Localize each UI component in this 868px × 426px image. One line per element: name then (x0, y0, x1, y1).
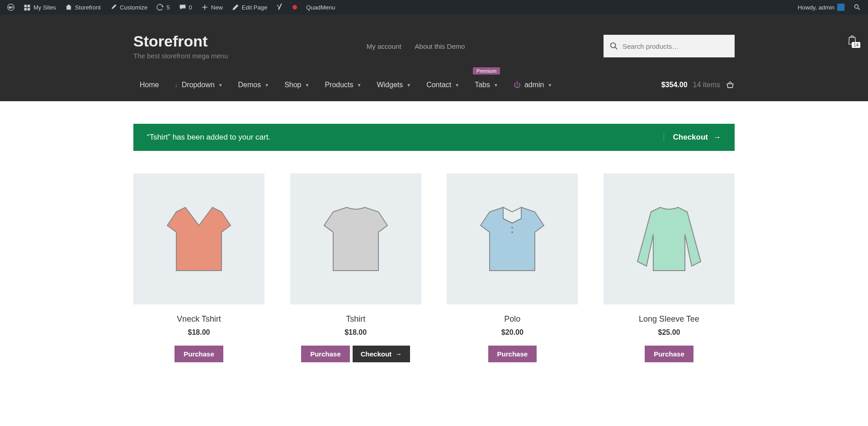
floating-cart[interactable]: 14 (841, 29, 863, 51)
site-branding[interactable]: Storefront The best storefront mega menu (133, 33, 228, 60)
customize-label: Customize (120, 4, 147, 11)
pencil-icon (232, 4, 239, 11)
floating-cart-badge: 14 (852, 42, 860, 48)
nav-dropdown-label: Dropdown (182, 81, 215, 89)
chevron-down-icon: ▼ (494, 83, 498, 88)
chevron-down-icon: ▼ (305, 83, 310, 88)
nav-dropdown[interactable]: ↓ Dropdown ▼ (168, 76, 229, 94)
search-toggle[interactable] (850, 0, 864, 14)
chevron-down-icon: ▼ (547, 83, 552, 88)
product-actions: Purchase (447, 346, 578, 362)
comments-count: 0 (189, 4, 192, 11)
site-name-link[interactable]: Storefront (61, 0, 104, 14)
site-header: Storefront The best storefront mega menu… (0, 14, 868, 101)
notice-checkout-link[interactable]: Checkout → (664, 133, 721, 142)
product-search[interactable] (604, 35, 735, 57)
edit-page-label: Edit Page (242, 4, 267, 11)
status-dot[interactable] (289, 0, 301, 14)
power-icon: ⏻ (514, 81, 521, 89)
nav-contact[interactable]: Contact▼ (420, 76, 466, 94)
edit-page-link[interactable]: Edit Page (228, 0, 271, 14)
product-price: $20.00 (447, 328, 578, 337)
nav-admin[interactable]: ⏻ admin▼ (507, 76, 558, 94)
updates-count: 5 (166, 4, 170, 11)
sites-icon (24, 4, 31, 11)
basket-icon (726, 80, 735, 89)
product-card: Tshirt $18.00 PurchaseCheckout → (290, 173, 421, 362)
comments-link[interactable]: 0 (175, 0, 196, 14)
nav-tabs[interactable]: Premium Tabs▼ (468, 76, 505, 94)
product-image[interactable] (447, 173, 578, 304)
nav-products-label: Products (325, 81, 353, 89)
search-input[interactable] (623, 42, 728, 50)
nav-demos-label: Demos (238, 81, 261, 89)
howdy-link[interactable]: Howdy, admin (794, 0, 848, 14)
refresh-icon (156, 4, 164, 11)
cart-notice: “Tshirt” has been added to your cart. Ch… (133, 124, 735, 151)
purchase-button[interactable]: Purchase (175, 346, 223, 362)
premium-badge: Premium (473, 67, 500, 75)
nav-admin-label: admin (524, 81, 544, 89)
nav-home[interactable]: Home (133, 76, 165, 94)
product-card: Vneck Tshirt $18.00 Purchase (133, 173, 264, 362)
header-cart[interactable]: $354.00 14 items (661, 80, 735, 89)
new-link[interactable]: New (198, 0, 226, 14)
plus-icon (201, 4, 208, 11)
checkout-button[interactable]: Checkout → (353, 346, 410, 362)
nav-widgets[interactable]: Widgets▼ (370, 76, 417, 94)
product-actions: Purchase (604, 346, 735, 362)
product-actions: PurchaseCheckout → (290, 346, 421, 362)
nav-home-label: Home (140, 81, 159, 89)
cart-total: $354.00 (661, 81, 688, 89)
product-image[interactable] (604, 173, 735, 304)
notice-checkout-label: Checkout (673, 133, 708, 142)
about-demo-link[interactable]: About this Demo (415, 42, 465, 50)
red-dot-icon (292, 5, 297, 9)
purchase-button[interactable]: Purchase (645, 346, 693, 362)
product-price: $18.00 (133, 328, 264, 337)
chevron-down-icon: ▼ (218, 83, 223, 88)
my-account-link[interactable]: My account (367, 42, 401, 50)
arrow-right-icon: → (395, 350, 402, 358)
wp-admin-bar: My Sites Storefront Customize 5 0 New Ed… (0, 0, 868, 14)
cart-items: 14 items (693, 81, 720, 89)
wordpress-icon (7, 4, 14, 11)
products-grid: Vneck Tshirt $18.00 Purchase Tshirt $18.… (133, 173, 735, 362)
quadmenu-link[interactable]: QuadMenu (302, 0, 339, 14)
header-links: My account About this Demo (367, 42, 465, 50)
chevron-down-icon: ▼ (264, 83, 269, 88)
customize-link[interactable]: Customize (106, 0, 151, 14)
svg-point-3 (511, 227, 513, 229)
product-title[interactable]: Long Sleeve Tee (604, 314, 735, 324)
nav-demos[interactable]: Demos▼ (232, 76, 276, 94)
brush-icon (110, 4, 117, 11)
search-icon (610, 42, 618, 50)
purchase-button[interactable]: Purchase (488, 346, 537, 362)
nav-shop[interactable]: Shop▼ (278, 76, 316, 94)
product-card: Long Sleeve Tee $25.00 Purchase (604, 173, 735, 362)
product-title[interactable]: Polo (447, 314, 578, 324)
chevron-down-icon: ▼ (357, 83, 362, 88)
arrow-right-icon: → (713, 133, 721, 142)
updates-link[interactable]: 5 (153, 0, 173, 14)
product-image[interactable] (290, 173, 421, 304)
nav-products[interactable]: Products▼ (318, 76, 368, 94)
yoast-link[interactable] (273, 0, 287, 14)
product-image[interactable] (133, 173, 264, 304)
product-title[interactable]: Tshirt (290, 314, 421, 324)
product-title[interactable]: Vneck Tshirt (133, 314, 264, 324)
new-label: New (211, 4, 223, 11)
arrow-down-icon: ↓ (175, 81, 178, 89)
wp-logo[interactable] (4, 0, 18, 14)
purchase-button[interactable]: Purchase (301, 346, 350, 362)
nav-contact-label: Contact (426, 81, 451, 89)
quadmenu-label: QuadMenu (306, 4, 335, 11)
svg-point-4 (511, 231, 513, 233)
nav-tabs-label: Tabs (475, 81, 490, 89)
nav-widgets-label: Widgets (377, 81, 403, 89)
my-sites-link[interactable]: My Sites (20, 0, 60, 14)
chevron-down-icon: ▼ (455, 83, 459, 88)
svg-point-2 (611, 43, 616, 48)
home-icon (65, 4, 72, 11)
search-icon (854, 4, 861, 11)
